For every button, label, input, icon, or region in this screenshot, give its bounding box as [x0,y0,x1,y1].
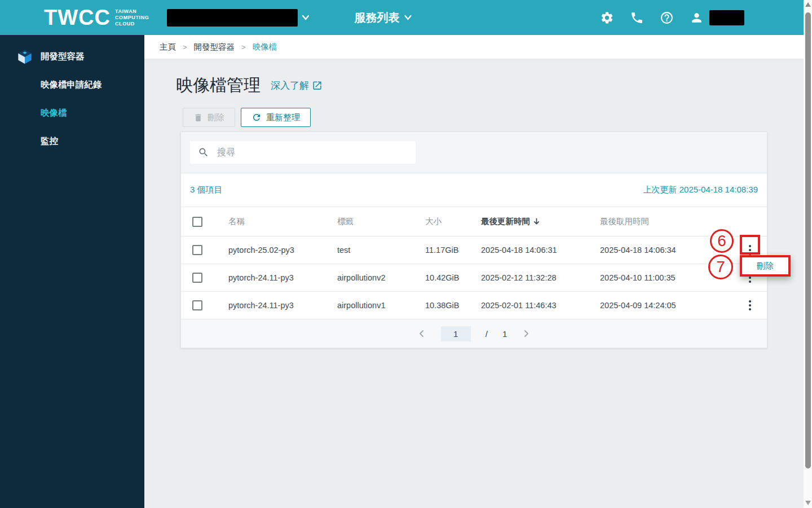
table-meta-row: 3 個項目 上次更新 2025-04-18 14:08:39 [181,173,767,207]
cell-updated: 2025-02-01 11:46:43 [481,301,600,310]
row-actions-kebab-icon[interactable] [743,297,757,314]
prev-page-chevron-icon[interactable] [417,329,426,338]
table-header-row: 名稱 標籤 大小 最後更新時間 最後取用時間 [181,207,767,237]
cell-accessed: 2025-04-10 11:00:35 [600,273,730,282]
breadcrumb: 主頁 > 開發型容器 > 映像檔 [144,35,804,59]
logo-brand-text: TWCC [44,7,111,28]
refresh-icon [251,112,262,122]
cell-accessed: 2025-04-18 14:06:34 [600,246,730,255]
refresh-button[interactable]: 重新整理 [241,108,311,127]
search-section [181,132,767,173]
image-table-card: 3 個項目 上次更新 2025-04-18 14:08:39 名稱 標籤 大小 … [180,132,767,348]
scrollbar-up-arrow-icon[interactable] [805,2,811,7]
column-header-name[interactable]: 名稱 [228,216,337,227]
search-input[interactable] [217,147,398,157]
column-header-accessed[interactable]: 最後取用時間 [600,216,730,227]
delete-button-label: 刪除 [208,112,224,123]
learn-more-link[interactable]: 深入了解 [271,79,323,92]
cell-updated: 2025-04-18 14:06:31 [481,246,600,255]
column-header-updated-label: 最後更新時間 [481,216,530,227]
logo-tagline-line: COMPUTING [115,15,149,21]
cell-name: pytorch-24.11-py3 [228,273,337,282]
column-header-updated-sorted[interactable]: 最後更新時間 [481,216,600,227]
logo-tagline-line: TAIWAN [115,8,149,15]
total-pages: 1 [502,329,507,339]
sidebar-item-monitoring[interactable]: 監控 [0,128,144,155]
phone-contact-icon[interactable] [630,11,644,25]
table-row: pytorch-24.11-py3 airpollutionv1 10.38Gi… [181,292,767,319]
cell-tag: airpollutionv1 [337,301,425,310]
search-icon [198,147,209,158]
scrollbar-thumb[interactable] [805,12,811,468]
main-content: 映像檔管理 深入了解 刪除 重新整理 [144,59,804,508]
annotation-kebab-highlight-box [740,235,760,255]
breadcrumb-home[interactable]: 主頁 [160,42,176,52]
table-row: pytorch-24.11-py3 airpollutionv2 10.42Gi… [181,264,767,292]
learn-more-label: 深入了解 [271,79,309,92]
sidebar-item-label: 映像檔申請紀錄 [41,79,102,91]
top-header-bar: TWCC TAIWAN COMPUTING CLOUD 服務列表 [0,0,812,35]
row-checkbox[interactable] [192,273,202,283]
logo-tagline-line: CLOUD [115,21,149,27]
header-actions [600,10,744,25]
sidebar-item-label: 映像檔 [41,107,67,119]
sidebar-item-label: 監控 [41,135,58,147]
column-header-tag[interactable]: 標籤 [337,216,425,227]
breadcrumb-separator: > [183,43,187,51]
sidebar-item-dev-container[interactable]: 開發型容器 [0,43,144,70]
pagination: 1 / 1 [181,319,767,348]
page-title: 映像檔管理 [176,74,261,97]
row-checkbox[interactable] [192,300,202,310]
delete-button[interactable]: 刪除 [183,108,235,127]
chevron-down-icon [301,14,310,21]
scrollbar-down-arrow-icon[interactable] [805,501,811,505]
cell-size: 10.42GiB [425,273,481,282]
row-actions-dropdown-menu: 刪除 [740,255,791,277]
user-account-menu[interactable] [690,10,744,25]
container-cube-icon [17,49,33,64]
cell-tag: test [337,246,425,255]
breadcrumb-current-images: 映像檔 [253,42,277,52]
page-separator: / [486,329,488,339]
cell-size: 11.17GiB [425,246,481,255]
project-selector-dropdown[interactable] [167,9,310,27]
annotation-step-6-number: 6 [717,232,726,250]
trash-icon [193,113,203,122]
refresh-button-label: 重新整理 [266,112,300,123]
sidebar-item-images[interactable]: 映像檔 [0,99,144,126]
help-icon[interactable] [660,11,674,25]
scrollbar[interactable] [804,0,812,508]
cell-name: pytorch-25.02-py3 [228,246,337,255]
cell-size: 10.38GiB [425,301,481,310]
breadcrumb-separator: > [241,43,246,51]
row-checkbox[interactable] [192,245,202,255]
external-link-icon [312,80,323,91]
settings-icon[interactable] [600,11,614,25]
menu-item-delete[interactable]: 刪除 [757,261,774,271]
item-count: 3 個項目 [190,185,223,195]
cell-name: pytorch-24.11-py3 [228,301,337,310]
redacted-project-name [167,9,298,27]
current-page-input[interactable]: 1 [441,326,471,341]
sidebar-nav: 開發型容器 映像檔申請紀錄 映像檔 監控 [0,35,144,508]
sidebar-item-image-request-log[interactable]: 映像檔申請紀錄 [0,71,144,98]
cell-updated: 2025-02-12 11:32:28 [481,273,600,282]
next-page-chevron-icon[interactable] [522,329,531,338]
service-list-label: 服務列表 [354,10,399,25]
annotation-step-7-circle: 7 [708,255,733,279]
search-box [190,141,416,164]
logo-tagline: TAIWAN COMPUTING CLOUD [115,8,149,27]
service-list-menu[interactable]: 服務列表 [354,10,412,25]
user-icon [690,11,704,25]
chevron-down-icon [404,14,412,21]
breadcrumb-dev-container[interactable]: 開發型容器 [194,42,235,52]
annotation-step-7-number: 7 [716,258,725,276]
select-all-checkbox[interactable] [192,217,202,227]
column-header-size[interactable]: 大小 [425,216,481,227]
twcc-logo: TWCC TAIWAN COMPUTING CLOUD [44,7,149,28]
sidebar-item-label: 開發型容器 [41,51,85,63]
last-updated-timestamp: 上次更新 2025-04-18 14:08:39 [643,185,758,195]
table-row: pytorch-25.02-py3 test 11.17GiB 2025-04-… [181,237,767,264]
twcc-app: TWCC TAIWAN COMPUTING CLOUD 服務列表 [0,0,812,508]
cell-accessed: 2025-04-09 14:24:05 [600,301,730,310]
